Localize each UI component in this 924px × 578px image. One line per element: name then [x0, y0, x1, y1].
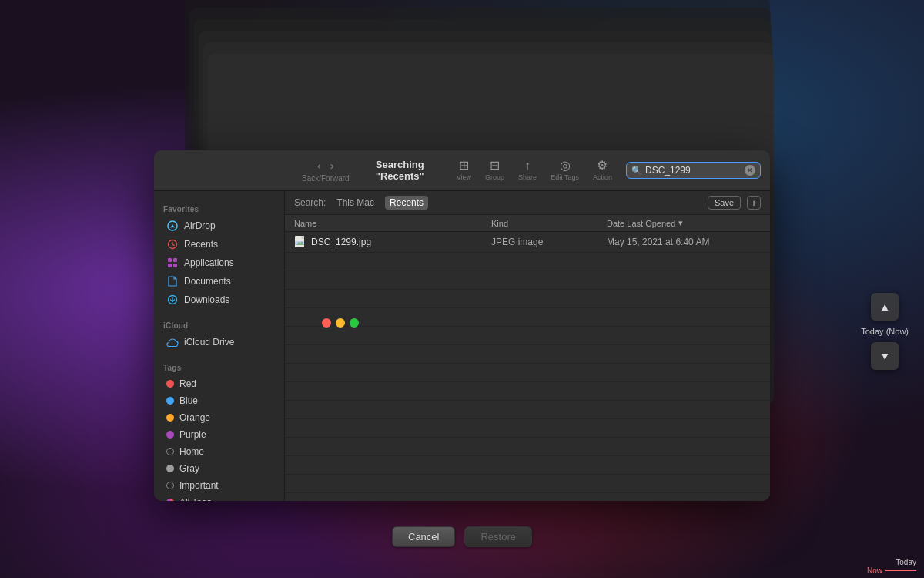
tag-purple-dot — [166, 431, 174, 439]
tag-home-dot — [166, 448, 174, 455]
finder-window: ‹ › Back/Forward Searching "Recents" ⊞ V… — [154, 150, 770, 501]
file-thumbnail — [294, 236, 306, 248]
sidebar-item-recents[interactable]: Recents — [157, 235, 281, 254]
empty-row — [285, 382, 770, 401]
toolbar-actions: ⊞ View ⊟ Group ↑ Share ◎ Edit Tags ⚙ Act… — [450, 156, 618, 184]
scope-this-mac-button[interactable]: This Mac — [332, 196, 379, 210]
sidebar-item-tag-red-label: Red — [179, 378, 196, 389]
share-button[interactable]: ↑ Share — [512, 156, 543, 184]
save-search-button[interactable]: Save — [708, 196, 741, 210]
time-bar: Today Now — [770, 555, 924, 578]
favorites-label: Favorites — [154, 199, 284, 217]
sidebar-item-tag-orange[interactable]: Orange — [157, 409, 281, 426]
sidebar-item-tag-important-label: Important — [179, 480, 219, 491]
sidebar-item-tag-all-tags[interactable]: All Tags... — [157, 494, 281, 501]
sidebar-item-tag-blue[interactable]: Blue — [157, 392, 281, 409]
sidebar-item-applications[interactable]: Applications — [157, 254, 281, 272]
tag-red-dot — [166, 380, 174, 388]
search-scope-bar: Search: This Mac Recents Save + — [285, 191, 770, 215]
nav-buttons: ‹ › — [313, 158, 337, 173]
file-date: May 15, 2021 at 6:40 AM — [607, 237, 761, 247]
tag-important-dot — [166, 482, 174, 489]
sidebar: Favorites AirDrop Recents — [154, 191, 285, 501]
sidebar-item-tag-purple[interactable]: Purple — [157, 426, 281, 443]
close-button[interactable] — [322, 318, 331, 328]
sidebar-item-downloads-label: Downloads — [184, 294, 229, 305]
sidebar-item-tag-important[interactable]: Important — [157, 477, 281, 494]
col-date-header: Date Last Opened ▾ — [607, 218, 761, 228]
forward-button[interactable]: › — [326, 158, 338, 173]
sidebar-item-tag-home[interactable]: Home — [157, 443, 281, 460]
empty-row — [285, 419, 770, 438]
file-name: DSC_1299.jpg — [311, 237, 491, 247]
empty-row — [285, 290, 770, 308]
sidebar-item-tag-blue-label: Blue — [179, 395, 198, 406]
documents-icon — [166, 275, 179, 287]
sidebar-item-documents[interactable]: Documents — [157, 272, 281, 291]
sidebar-item-airdrop[interactable]: AirDrop — [157, 217, 281, 235]
sidebar-item-downloads[interactable]: Downloads — [157, 291, 281, 309]
group-button[interactable]: ⊟ Group — [479, 156, 511, 184]
sidebar-item-icloud-drive-label: iCloud Drive — [184, 337, 234, 348]
file-list: DSC_1299.jpg JPEG image May 15, 2021 at … — [285, 232, 770, 501]
svg-rect-3 — [173, 258, 177, 262]
icloud-label: iCloud — [154, 315, 284, 333]
action-button[interactable]: ⚙ Action — [587, 156, 618, 184]
back-button[interactable]: ‹ — [313, 158, 325, 173]
add-criteria-button[interactable]: + — [747, 196, 761, 210]
search-clear-button[interactable]: ✕ — [745, 165, 755, 176]
window-title: Searching "Recents" — [357, 159, 443, 182]
tag-orange-dot — [166, 414, 174, 422]
col-name-header: Name — [294, 219, 491, 228]
nav-label: Back/Forward — [302, 175, 350, 183]
sidebar-item-documents-label: Documents — [184, 276, 231, 287]
scope-recents-button[interactable]: Recents — [385, 196, 428, 210]
sidebar-item-icloud-drive[interactable]: iCloud Drive — [157, 333, 281, 351]
bottom-buttons: Cancel Restore — [392, 526, 532, 547]
tag-gray-dot — [166, 465, 174, 472]
sort-arrow-icon: ▾ — [678, 218, 683, 228]
edit-tags-button[interactable]: ◎ Edit Tags — [544, 156, 585, 184]
tag-blue-dot — [166, 397, 174, 405]
column-headers: Name Kind Date Last Opened ▾ — [285, 215, 770, 232]
sidebar-item-tag-orange-label: Orange — [179, 412, 210, 423]
empty-row — [285, 438, 770, 456]
file-row[interactable]: DSC_1299.jpg JPEG image May 15, 2021 at … — [285, 232, 770, 253]
empty-row — [285, 271, 770, 290]
side-panel: ▲ Today (Now) ▼ — [861, 293, 909, 370]
empty-row — [285, 364, 770, 382]
search-prefix: Search: — [294, 197, 326, 208]
sidebar-item-tag-purple-label: Purple — [179, 429, 206, 440]
file-kind: JPEG image — [491, 237, 607, 247]
search-input[interactable] — [645, 165, 742, 176]
time-today-label: Today — [896, 558, 916, 566]
view-button[interactable]: ⊞ View — [450, 156, 477, 184]
restore-button: Restore — [464, 526, 532, 547]
search-box[interactable]: 🔍 ✕ — [626, 162, 761, 179]
empty-row — [285, 345, 770, 364]
scroll-up-button[interactable]: ▲ — [871, 293, 899, 321]
col-kind-header: Kind — [491, 219, 607, 228]
tags-label: Tags — [154, 358, 284, 375]
cancel-button[interactable]: Cancel — [392, 526, 455, 547]
search-icon: 🔍 — [631, 166, 642, 176]
time-line — [886, 570, 916, 572]
sidebar-item-recents-label: Recents — [184, 239, 218, 250]
sidebar-item-tag-red[interactable]: Red — [157, 375, 281, 392]
downloads-icon — [166, 294, 179, 306]
today-now-label: Today (Now) — [861, 327, 909, 336]
sidebar-item-applications-label: Applications — [184, 257, 234, 268]
sidebar-item-tag-home-label: Home — [179, 446, 204, 457]
applications-icon — [166, 257, 179, 269]
time-now-label: Now — [867, 566, 882, 575]
svg-rect-5 — [173, 264, 177, 267]
recents-icon — [166, 238, 179, 250]
airdrop-icon — [166, 220, 179, 232]
maximize-button[interactable] — [350, 318, 359, 328]
minimize-button[interactable] — [336, 318, 345, 328]
sidebar-item-airdrop-label: AirDrop — [184, 220, 216, 231]
empty-row — [285, 493, 770, 501]
sidebar-item-tag-gray[interactable]: Gray — [157, 460, 281, 477]
scroll-down-button[interactable]: ▼ — [871, 342, 899, 370]
icloud-drive-icon — [166, 336, 179, 348]
